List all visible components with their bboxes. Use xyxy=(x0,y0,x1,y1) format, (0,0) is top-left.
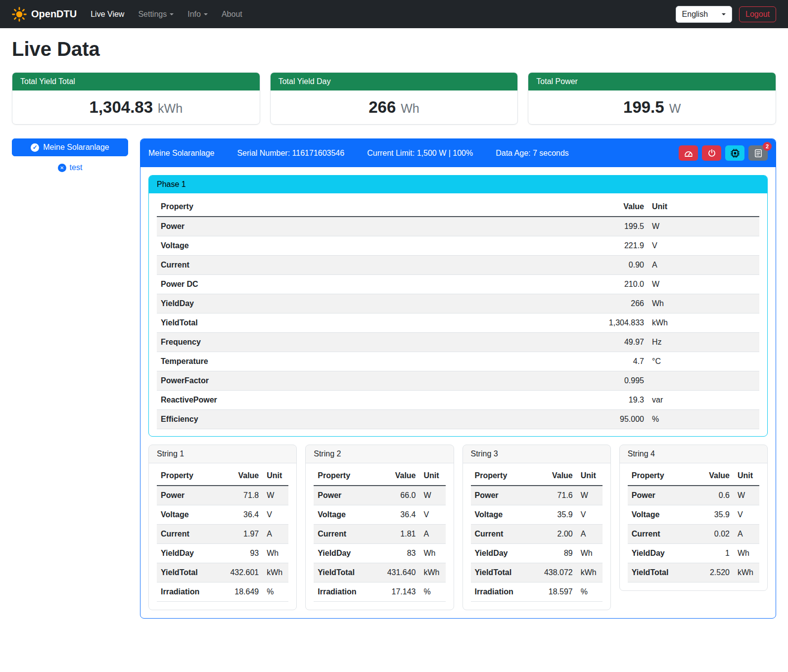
summary-card-title: Total Yield Total xyxy=(12,73,260,90)
journal-icon xyxy=(754,149,763,158)
property-cell: Power xyxy=(628,486,693,505)
events-count-badge: 2 xyxy=(763,142,772,151)
logout-button[interactable]: Logout xyxy=(739,6,776,22)
value-cell: 1,304.833 xyxy=(451,314,648,333)
value-cell: 2.520 xyxy=(693,563,734,582)
sidebar-item-meine-solaranlage[interactable]: Meine Solaranlage xyxy=(12,138,128,156)
value-cell: 266 xyxy=(451,294,648,314)
value-cell: 1 xyxy=(693,544,734,563)
column-header-value: Value xyxy=(693,466,734,486)
summary-card-title: Total Yield Day xyxy=(271,73,518,90)
table-header-row: Property Value Unit xyxy=(314,466,445,486)
table-header-row: Property Value Unit xyxy=(157,466,288,486)
column-header-value: Value xyxy=(451,197,648,217)
events-button[interactable]: 2 xyxy=(748,145,768,161)
inverter-name: Meine Solaranlage xyxy=(148,149,214,158)
value-cell: 4.7 xyxy=(451,352,648,371)
brand-label: OpenDTU xyxy=(31,8,77,20)
sidebar-item-test[interactable]: test xyxy=(12,163,128,172)
sidebar-item-label: test xyxy=(70,163,83,172)
limit-settings-button[interactable] xyxy=(679,145,698,161)
inverter-sidebar: Meine Solaranlage test xyxy=(12,138,128,172)
table-row: Temperature4.7°C xyxy=(157,352,759,371)
unit-cell: A xyxy=(577,525,603,544)
summary-card-unit: W xyxy=(669,101,681,116)
device-info-button[interactable] xyxy=(725,145,744,161)
summary-card-total-yield-day: Total Yield Day 266 Wh xyxy=(270,72,518,125)
value-cell: 36.4 xyxy=(373,505,419,525)
property-cell: Irradiation xyxy=(157,582,216,602)
value-cell: 19.3 xyxy=(451,391,648,410)
unit-cell: Wh xyxy=(734,544,759,563)
brand[interactable]: OpenDTU xyxy=(12,7,77,22)
table-row: Voltage36.4V xyxy=(314,505,445,525)
unit-cell: W xyxy=(577,486,603,505)
table-row: YieldTotal2.520kWh xyxy=(628,563,759,582)
string-table: Property Value Unit Power71.8WVoltage36.… xyxy=(157,466,288,602)
value-cell: 0.90 xyxy=(451,256,648,275)
inverter-data-age: Data Age: 7 seconds xyxy=(496,149,569,158)
nav-item-about[interactable]: About xyxy=(215,6,249,23)
property-cell: Power xyxy=(157,486,216,505)
value-cell: 431.640 xyxy=(373,563,419,582)
column-header-unit: Unit xyxy=(577,466,603,486)
nav-item-info[interactable]: Info xyxy=(181,6,215,23)
summary-card-total-power: Total Power 199.5 W xyxy=(528,72,776,125)
column-header-property: Property xyxy=(157,197,451,217)
value-cell: 1.97 xyxy=(216,525,263,544)
value-cell: 66.0 xyxy=(373,486,419,505)
value-cell: 95.000 xyxy=(451,410,648,429)
power-icon xyxy=(707,149,716,158)
table-row: YieldTotal1,304.833kWh xyxy=(157,314,759,333)
property-cell: Temperature xyxy=(157,352,451,371)
column-header-unit: Unit xyxy=(420,466,446,486)
column-header-property: Property xyxy=(314,466,373,486)
value-cell: 2.00 xyxy=(530,525,577,544)
nav-item-settings[interactable]: Settings xyxy=(131,6,181,23)
table-row: Voltage35.9V xyxy=(471,505,603,525)
property-cell: Current xyxy=(157,256,451,275)
table-row: Efficiency95.000% xyxy=(157,410,759,429)
property-cell: YieldDay xyxy=(157,544,216,563)
summary-card-title: Total Power xyxy=(528,73,776,90)
unit-cell: kWh xyxy=(263,563,288,582)
table-row: YieldDay89Wh xyxy=(471,544,603,563)
phase-title: Phase 1 xyxy=(149,176,767,193)
property-cell: Irradiation xyxy=(314,582,373,602)
column-header-value: Value xyxy=(530,466,577,486)
property-cell: Irradiation xyxy=(471,582,530,602)
summary-card-value: 199.5 xyxy=(623,98,664,117)
table-row: Power DC210.0W xyxy=(157,275,759,294)
property-cell: YieldTotal xyxy=(314,563,373,582)
speedometer-icon xyxy=(684,148,694,158)
summary-card-total-yield-total: Total Yield Total 1,304.83 kWh xyxy=(12,72,260,125)
unit-cell: V xyxy=(420,505,446,525)
nav-item-live-view[interactable]: Live View xyxy=(84,6,131,23)
value-cell: 199.5 xyxy=(451,217,648,236)
unit-cell: % xyxy=(577,582,603,602)
column-header-unit: Unit xyxy=(734,466,759,486)
summary-card-value: 266 xyxy=(369,98,396,117)
property-cell: YieldTotal xyxy=(157,314,451,333)
power-button[interactable] xyxy=(702,145,721,161)
summary-cards: Total Yield Total 1,304.83 kWh Total Yie… xyxy=(12,72,776,125)
unit-cell: Wh xyxy=(648,294,759,314)
chevron-down-icon xyxy=(170,13,174,15)
property-cell: Power xyxy=(157,217,451,236)
unit-cell: Wh xyxy=(263,544,288,563)
unit-cell: V xyxy=(577,505,603,525)
x-circle-icon xyxy=(58,164,66,172)
value-cell: 1.81 xyxy=(373,525,419,544)
inverter-panel-body: Phase 1 Property Value Unit Power199.5WV… xyxy=(140,167,776,618)
language-select[interactable]: English xyxy=(676,6,732,23)
nav-item-settings-label: Settings xyxy=(138,10,167,18)
string-card-title: String 2 xyxy=(306,445,453,463)
nav-item-info-label: Info xyxy=(187,10,201,18)
table-row: YieldDay1Wh xyxy=(628,544,759,563)
property-cell: Power xyxy=(314,486,373,505)
main-area: Meine Solaranlage test Meine Solaranlage… xyxy=(12,138,776,619)
property-cell: Voltage xyxy=(628,505,693,525)
value-cell: 18.597 xyxy=(530,582,577,602)
unit-cell: W xyxy=(420,486,446,505)
property-cell: YieldTotal xyxy=(157,563,216,582)
